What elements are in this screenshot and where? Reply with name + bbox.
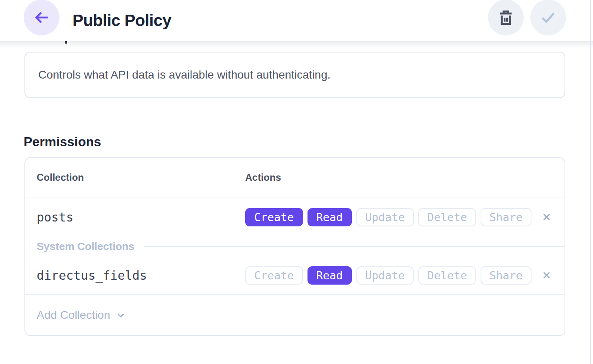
collection-name: posts (25, 210, 245, 224)
system-collections-divider: System Collections (25, 237, 564, 256)
action-read-button[interactable]: Read (307, 208, 352, 226)
clipped-label-fragment (65, 41, 67, 44)
permissions-table-header: Collection Actions (25, 158, 564, 197)
table-row-directus-fields: directus_fields Create Read Update Delet… (25, 256, 564, 295)
add-collection-button[interactable]: Add Collection (25, 295, 564, 335)
description-value: Controls what API data is available with… (38, 68, 331, 81)
check-icon (538, 8, 558, 27)
remove-row-button[interactable] (541, 270, 552, 281)
action-create-button[interactable]: Create (245, 208, 303, 226)
add-collection-label: Add Collection (37, 309, 110, 322)
system-collections-label: System Collections (37, 240, 134, 253)
column-header-actions: Actions (245, 172, 564, 183)
page-title: Public Policy (72, 0, 171, 41)
description-input[interactable]: Controls what API data is available with… (24, 52, 565, 98)
arrow-left-icon (32, 8, 51, 27)
chevron-down-icon (110, 310, 126, 321)
remove-row-button[interactable] (541, 211, 552, 223)
action-share-button[interactable]: Share (481, 208, 532, 226)
action-delete-button[interactable]: Delete (418, 266, 476, 285)
x-icon (541, 211, 552, 223)
page-header: Public Policy (0, 0, 593, 41)
column-header-collection: Collection (25, 172, 245, 183)
back-button[interactable] (24, 0, 59, 35)
scrollbar[interactable] (590, 0, 591, 364)
permissions-card: Collection Actions posts Create Read Upd… (24, 157, 565, 336)
action-update-button[interactable]: Update (356, 208, 414, 226)
delete-button[interactable] (488, 0, 524, 35)
action-share-button[interactable]: Share (481, 266, 532, 285)
action-create-button[interactable]: Create (245, 266, 303, 285)
collection-name: directus_fields (25, 268, 245, 283)
permissions-heading: Permissions (24, 134, 101, 149)
action-update-button[interactable]: Update (356, 266, 414, 285)
action-read-button[interactable]: Read (307, 266, 352, 285)
actions-cell: Create Read Update Delete Share (245, 208, 564, 226)
save-button[interactable] (530, 0, 566, 35)
table-row-posts: posts Create Read Update Delete Share (25, 197, 564, 237)
actions-cell: Create Read Update Delete Share (245, 266, 564, 285)
x-icon (541, 270, 552, 281)
trash-icon (497, 9, 515, 26)
action-delete-button[interactable]: Delete (418, 208, 476, 226)
divider-line (144, 246, 564, 247)
